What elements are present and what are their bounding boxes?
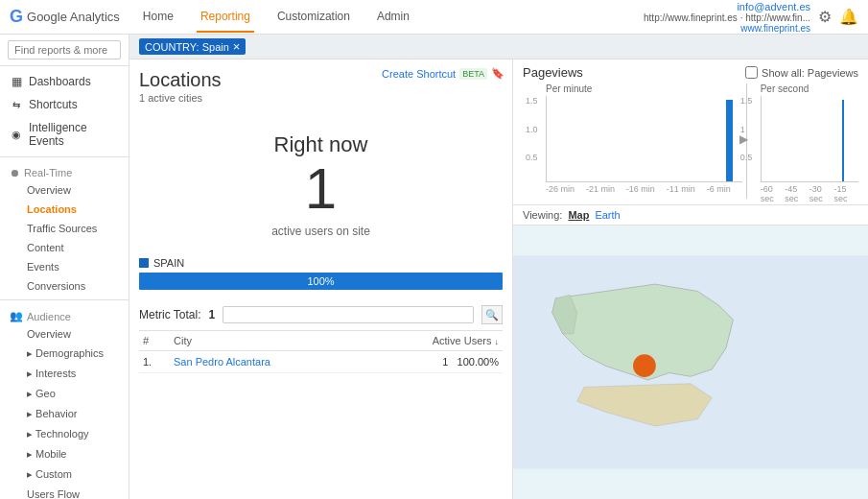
sidebar-item-geo[interactable]: ▸ Geo (0, 384, 129, 404)
country-section: SPAIN 100% (139, 257, 503, 290)
per-second-chart: Per second 1.5 1 0.5 (751, 83, 858, 199)
search-input[interactable] (8, 40, 121, 59)
sidebar-label-intelligence: Intelligence Events (29, 121, 119, 148)
sidebar-item-overview[interactable]: Overview (0, 180, 129, 200)
sidebar-item-locations[interactable]: Locations (0, 200, 129, 219)
country-filter-chip[interactable]: COUNTRY: Spain × (139, 38, 246, 55)
y-label-1.5: 1.5 (526, 96, 538, 106)
sidebar-item-custom[interactable]: ▸ Custom (0, 464, 129, 485)
map-view-link[interactable]: Map (568, 209, 589, 221)
map-container (513, 226, 868, 499)
bar-second-25 (842, 100, 844, 181)
country-name: SPAIN (153, 257, 184, 269)
intelligence-icon: ◉ (10, 128, 23, 141)
sidebar-item-technology[interactable]: ▸ Technology (0, 424, 129, 444)
sidebar-item-intelligence[interactable]: ◉ Intelligence Events (0, 116, 129, 153)
sidebar: ▦ Dashboards ⇆ Shortcuts ◉ Intelligence … (0, 35, 129, 499)
right-now-section: Right now 1 active users on site (139, 113, 503, 248)
sidebar-label-dashboards: Dashboards (29, 75, 91, 88)
sidebar-item-behavior[interactable]: ▸ Behavior (0, 404, 129, 424)
filter-close-icon[interactable]: × (233, 40, 241, 53)
col-active[interactable]: Active Users ↓ (364, 331, 503, 351)
sidebar-item-content[interactable]: Content (0, 238, 129, 257)
bars-minute (547, 96, 742, 181)
metric-search-button[interactable]: 🔍 (481, 305, 503, 324)
search-box (0, 35, 129, 66)
main-content: COUNTRY: Spain × Create Shortcut BETA 🔖 … (129, 35, 868, 499)
pageviews-section: Pageviews Show all: Pageviews Per minute (513, 59, 868, 205)
layout: ▦ Dashboards ⇆ Shortcuts ◉ Intelligence … (0, 35, 868, 499)
show-all-checkbox[interactable] (745, 66, 758, 79)
logo: G Google Analytics (10, 7, 120, 27)
sidebar-item-conversions[interactable]: Conversions (0, 276, 129, 296)
progress-pct: 100% (307, 275, 334, 287)
progress-bar-fill: 100% (139, 273, 503, 290)
city-link[interactable]: San Pedro Alcantara (174, 356, 270, 368)
header-account: info@advent.es http://www.fineprint.es ·… (644, 1, 858, 34)
active-desc: active users on site (139, 225, 503, 238)
x-axis-second: -60 sec -45 sec -30 sec -15 sec (761, 182, 858, 203)
sidebar-divider-2 (0, 299, 129, 300)
x-label-sec-3: -30 sec (809, 184, 834, 203)
sidebar-label-audience: Audience (27, 311, 71, 322)
account-url: http://www.fineprint.es · http://www.fin… (644, 12, 810, 23)
sidebar-item-mobile[interactable]: ▸ Mobile (0, 444, 129, 464)
nav-admin[interactable]: Admin (373, 2, 413, 33)
sidebar-item-events[interactable]: Events (0, 257, 129, 276)
sidebar-group-realtime: ⏺ Real-Time (0, 161, 129, 180)
content-area: Create Shortcut BETA 🔖 Locations 1 activ… (129, 59, 868, 499)
left-panel: Create Shortcut BETA 🔖 Locations 1 activ… (129, 59, 513, 499)
sidebar-section: ▦ Dashboards ⇆ Shortcuts ◉ Intelligence … (0, 66, 129, 499)
dashboards-icon: ▦ (10, 75, 23, 88)
sidebar-item-usersflow[interactable]: Users Flow (0, 485, 129, 499)
bars-second (762, 96, 858, 181)
search-icon: 🔍 (485, 309, 499, 321)
nav-reporting[interactable]: Reporting (197, 2, 254, 33)
sidebar-label-shortcuts: Shortcuts (29, 98, 78, 111)
gear-icon[interactable]: ⚙ (818, 8, 832, 26)
metric-search-input[interactable] (223, 306, 474, 323)
viewing-row: Viewing: Map Earth (513, 205, 868, 226)
sidebar-item-shortcuts[interactable]: ⇆ Shortcuts (0, 93, 129, 116)
x-label-min-3: -16 min (626, 184, 655, 194)
col-num: # (139, 331, 170, 351)
metric-label: Metric Total: (139, 308, 200, 321)
y-s-0.5: 0.5 (740, 153, 753, 162)
sidebar-item-dashboards[interactable]: ▦ Dashboards (0, 70, 129, 93)
nav-home[interactable]: Home (139, 2, 177, 33)
right-panel: Pageviews Show all: Pageviews Per minute (513, 59, 868, 499)
main-nav: Home Reporting Customization Admin (139, 2, 644, 33)
pageviews-title: Pageviews (523, 65, 583, 80)
account-url2: www.fineprint.es (644, 23, 810, 34)
per-second-label: Per second (761, 83, 858, 94)
account-info: info@advent.es http://www.fineprint.es ·… (644, 1, 810, 34)
sidebar-item-interests[interactable]: ▸ Interests (0, 364, 129, 384)
per-minute-label: Per minute (546, 83, 742, 94)
x-label-sec-4: -15 sec (833, 184, 858, 203)
logo-g-icon: G (10, 7, 23, 27)
progress-bar-wrap: 100% (139, 273, 503, 290)
bookmark-icon: 🔖 (491, 67, 504, 80)
sidebar-item-aud-overview[interactable]: Overview (0, 324, 129, 344)
y-label-0.5: 0.5 (526, 153, 538, 162)
x-label-min-5: -6 min (707, 184, 731, 194)
metric-value: 1 (208, 308, 215, 321)
right-now-label: Right now (139, 132, 503, 157)
x-axis-minute: -26 min -21 min -16 min -11 min -6 min (546, 182, 742, 194)
show-all: Show all: Pageviews (745, 66, 858, 79)
y-label-1.0: 1.0 (526, 125, 538, 134)
metric-bar: Metric Total: 1 🔍 (139, 299, 503, 331)
show-all-label: Show all: Pageviews (762, 67, 858, 79)
y-s-1: 1 (740, 125, 753, 134)
create-shortcut-link[interactable]: Create Shortcut (382, 68, 456, 80)
earth-view-link[interactable]: Earth (595, 209, 620, 221)
table-row: 1. San Pedro Alcantara 1 100.00% (139, 351, 503, 373)
x-label-sec-1: -60 sec (761, 184, 786, 203)
col-city[interactable]: City (170, 331, 364, 351)
sidebar-item-demographics[interactable]: ▸ Demographics (0, 344, 129, 364)
shortcut-bar: Create Shortcut BETA 🔖 (382, 67, 504, 80)
sidebar-item-traffic[interactable]: Traffic Sources (0, 219, 129, 238)
bell-icon[interactable]: 🔔 (839, 8, 858, 26)
location-dot (633, 354, 656, 377)
nav-customization[interactable]: Customization (273, 2, 354, 33)
